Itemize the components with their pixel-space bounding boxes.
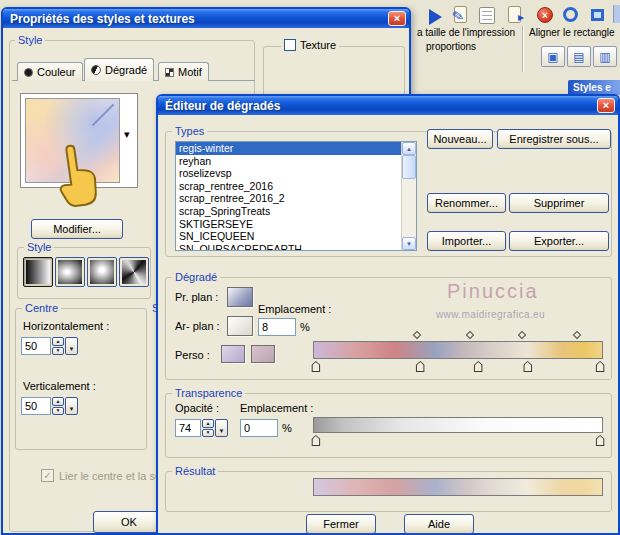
types-group-label: Types — [172, 125, 207, 138]
transparency-bar[interactable] — [313, 417, 603, 433]
slider-dropdown-button[interactable]: ▼ — [215, 419, 228, 437]
gradient-editor-close-button[interactable]: × — [597, 98, 615, 113]
gradient-editor-titlebar[interactable]: Éditeur de dégradés × — [158, 96, 618, 115]
spin-down-button[interactable]: ▼ — [52, 347, 64, 356]
delete-glyph: × — [542, 10, 548, 21]
script-run-icon[interactable]: ▸ — [506, 5, 528, 26]
text-lines — [482, 11, 492, 20]
close-dialog-button[interactable]: Fermer — [306, 514, 376, 534]
vertical-value-input[interactable]: 50 — [21, 397, 51, 415]
stop-marker[interactable] — [311, 361, 320, 372]
run-glyph: ▸ — [518, 10, 524, 24]
mid-marker[interactable] — [573, 331, 581, 339]
text-block-icon[interactable] — [479, 7, 495, 24]
preview-dropdown-icon[interactable]: ▾ — [124, 128, 130, 141]
background-swatch[interactable] — [227, 316, 253, 336]
script-edit-icon[interactable]: ✎ — [451, 5, 471, 26]
gradient-style-linear-button[interactable] — [23, 257, 53, 287]
stop-marker[interactable] — [416, 361, 425, 372]
watermark-name: Pinuccia — [447, 280, 539, 303]
spin-up-button[interactable]: ▲ — [52, 337, 64, 346]
scroll-thumb[interactable] — [402, 155, 416, 179]
properties-close-button[interactable]: × — [388, 11, 406, 26]
new-button[interactable]: Nouveau... — [427, 129, 493, 149]
tab-degrade[interactable]: Dégradé — [84, 58, 154, 81]
align-button-1[interactable]: ▣ — [541, 46, 565, 67]
linear-gradient-thumb — [26, 260, 50, 284]
list-item[interactable]: scrap_SpringTreats — [176, 205, 401, 218]
gradient-stop-track — [313, 361, 603, 373]
styles-panel-title: Styles e — [573, 82, 611, 93]
delete-icon[interactable]: × — [537, 7, 553, 23]
slider-dropdown-button[interactable]: ▼ — [65, 397, 78, 415]
import-button[interactable]: Importer... — [427, 231, 506, 251]
scroll-down-button[interactable]: ▼ — [402, 237, 416, 250]
spin-down-button[interactable]: ▼ — [202, 429, 214, 438]
stop-marker[interactable] — [311, 435, 320, 446]
styles-panel-header[interactable]: Styles e — [568, 80, 620, 95]
tab-couleur-label: Couleur — [37, 66, 76, 78]
stop-marker[interactable] — [523, 361, 532, 372]
circle-icon[interactable] — [563, 7, 578, 22]
gradient-style-sunburst-button[interactable] — [87, 257, 117, 287]
square-icon[interactable] — [591, 9, 604, 21]
listbox-scrollbar[interactable]: ▲ ▼ — [401, 142, 416, 250]
gradient-types-listbox[interactable]: regis-winter reyhan roselizevsp scrap_re… — [175, 141, 417, 251]
link-centre-checkbox[interactable]: ✓ — [41, 469, 54, 482]
spin-buttons: ▲ ▼ — [202, 419, 214, 437]
ok-button[interactable]: OK — [93, 511, 165, 533]
opacity-value-input[interactable]: 74 — [175, 419, 201, 437]
list-item[interactable]: SN_OURSACREDEARTH — [176, 243, 401, 251]
gradient-midpoint-track — [313, 331, 603, 340]
gradient-location-input[interactable]: 8 — [258, 318, 296, 336]
mid-marker[interactable] — [413, 331, 421, 339]
help-button[interactable]: Aide — [404, 514, 474, 534]
hand-cursor — [52, 139, 105, 210]
horizontal-value-input[interactable]: 50 — [21, 337, 51, 355]
tab-couleur[interactable]: Couleur — [17, 62, 83, 81]
list-item[interactable]: SKTIGERSEYE — [176, 218, 401, 231]
play-icon[interactable] — [429, 9, 442, 25]
print-size-label: a taille de l'impression — [417, 27, 515, 38]
list-item[interactable]: SN_ICEQUEEN — [176, 230, 401, 243]
radial-gradient-thumb — [122, 260, 146, 284]
texture-checkbox[interactable] — [284, 39, 296, 51]
gradient-style-radial-button[interactable] — [119, 257, 149, 287]
spin-up-button[interactable]: ▲ — [202, 419, 214, 428]
foreground-swatch[interactable] — [227, 287, 253, 307]
spin-down-button[interactable]: ▼ — [52, 407, 64, 416]
mid-marker[interactable] — [465, 331, 473, 339]
modify-button[interactable]: Modifier... — [31, 219, 123, 239]
spin-up-button[interactable]: ▲ — [52, 397, 64, 406]
align-button-3[interactable]: ▥ — [593, 46, 617, 67]
custom-swatch-1[interactable] — [221, 345, 245, 363]
transparency-stop-track — [313, 435, 603, 447]
properties-dialog-titlebar[interactable]: Propriétés des styles et textures × — [3, 9, 409, 28]
custom-label: Perso : — [175, 349, 210, 361]
spin-buttons: ▲ ▼ — [52, 397, 64, 415]
list-item[interactable]: scrap_rentree_2016 — [176, 180, 401, 193]
sunburst-gradient-thumb — [90, 260, 114, 284]
horizontal-label: Horizontalement : — [23, 320, 109, 332]
stop-marker[interactable] — [474, 361, 483, 372]
tab-motif[interactable]: Motif — [158, 62, 209, 81]
align-button-2[interactable]: ▤ — [567, 46, 591, 67]
transparency-location-input[interactable]: 0 — [240, 419, 278, 437]
gradient-style-rect-button[interactable] — [55, 257, 85, 287]
transparency-location-percent: % — [282, 422, 292, 434]
scroll-up-button[interactable]: ▲ — [402, 142, 416, 155]
opacity-spinner: 74 ▲ ▼ ▼ — [175, 419, 228, 437]
gradient-bar[interactable] — [313, 341, 603, 359]
export-button[interactable]: Exporter... — [509, 231, 609, 251]
list-item[interactable]: roselizevsp — [176, 167, 401, 180]
save-as-button[interactable]: Enregistrer sous... — [497, 129, 611, 149]
rename-button[interactable]: Renommer... — [427, 193, 506, 213]
vertical-spinner: 50 ▲ ▼ ▼ — [21, 397, 78, 415]
delete-button[interactable]: Supprimer — [509, 193, 609, 213]
list-item[interactable]: reyhan — [176, 155, 401, 168]
mid-marker[interactable] — [518, 331, 526, 339]
slider-dropdown-button[interactable]: ▼ — [65, 337, 78, 355]
list-item[interactable]: scrap_rentree_2016_2 — [176, 192, 401, 205]
list-item[interactable]: regis-winter — [176, 142, 401, 155]
custom-swatch-2[interactable] — [251, 345, 275, 363]
